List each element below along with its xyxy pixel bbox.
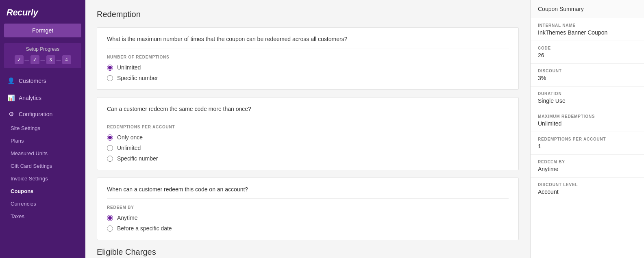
redeem-when-card: When can a customer redeem this code on … (97, 178, 519, 240)
step-4: 4 (62, 55, 71, 64)
redeem-anytime-label: Anytime (117, 215, 138, 221)
customers-label: Customers (19, 78, 46, 84)
main-content: Redemption What is the maximum number of… (85, 0, 530, 258)
redemptions-per-account-label: REDEMPTIONS PER ACCOUNT (107, 125, 509, 129)
discount-level-value: Account (538, 189, 637, 195)
summary-redeem-by: REDEEM BY Anytime (531, 155, 644, 178)
summary-code: CODE 26 (531, 41, 644, 64)
maximum-redemptions-label: MAXIMUM REDEMPTIONS (538, 114, 637, 119)
per-account-once-option[interactable]: Only once (107, 134, 509, 141)
configuration-icon: ⚙ (7, 111, 15, 118)
redeem-by-value: Anytime (538, 166, 637, 172)
max-redemptions-card: What is the maximum number of times that… (97, 27, 519, 90)
page-title: Redemption (97, 10, 519, 19)
summary-maximum-redemptions: MAXIMUM REDEMPTIONS Unlimited (531, 109, 644, 132)
setup-progress: Setup Progress ✓ — ✓ — 3 — 4 (4, 43, 81, 68)
redemptions-specific-option[interactable]: Specific number (107, 75, 509, 81)
code-value: 26 (538, 52, 637, 59)
per-account-unlimited-option[interactable]: Unlimited (107, 145, 509, 151)
redeem-anytime-option[interactable]: Anytime (107, 215, 509, 221)
per-account-once-label: Only once (117, 134, 143, 141)
per-account-specific-option[interactable]: Specific number (107, 155, 509, 162)
redeem-specific-date-label: Before a specific date (117, 225, 172, 232)
redeem-when-question: When can a customer redeem this code on … (107, 186, 509, 199)
internal-name-label: INTERNAL NAME (538, 23, 637, 28)
sidebar-item-invoice-settings[interactable]: Invoice Settings (0, 172, 85, 185)
redemptions-per-account-group: Only once Unlimited Specific number (107, 134, 509, 162)
per-account-unlimited-radio[interactable] (107, 145, 113, 151)
customers-icon: 👤 (7, 77, 15, 85)
same-code-card: Can a customer redeem the same code more… (97, 97, 519, 170)
step-dash-3: — (57, 57, 61, 62)
redemptions-unlimited-label: Unlimited (117, 64, 141, 71)
step-dash-1: — (25, 57, 29, 62)
redemptions-per-account-value: 1 (538, 143, 637, 150)
per-account-specific-radio[interactable] (107, 156, 113, 162)
setup-progress-title: Setup Progress (8, 46, 77, 52)
number-of-redemptions-group: Unlimited Specific number (107, 64, 509, 81)
redemptions-unlimited-radio[interactable] (107, 65, 113, 71)
sidebar-item-coupons[interactable]: Coupons (0, 185, 85, 197)
per-account-unlimited-label: Unlimited (117, 145, 141, 151)
analytics-icon: 📊 (7, 94, 15, 102)
summary-internal-name: INTERNAL NAME InkThemes Banner Coupon (531, 18, 644, 41)
setup-steps: ✓ — ✓ — 3 — 4 (8, 55, 77, 64)
app-logo: Recurly (0, 0, 85, 24)
redeem-by-summary-label: REDEEM BY (538, 160, 637, 164)
number-of-redemptions-label: NUMBER OF REDEMPTIONS (107, 55, 509, 59)
redemptions-unlimited-option[interactable]: Unlimited (107, 64, 509, 71)
sidebar-item-plans[interactable]: Plans (0, 134, 85, 147)
max-redemptions-question: What is the maximum number of times that… (107, 36, 509, 48)
sidebar-item-gift-card-settings[interactable]: Gift Card Settings (0, 160, 85, 172)
sidebar-item-configuration[interactable]: ⚙ Configuration (0, 106, 85, 122)
redemptions-per-account-summary-label: REDEMPTIONS PER ACCOUNT (538, 137, 637, 141)
duration-label: DURATION (538, 91, 637, 96)
sidebar-item-currencies[interactable]: Currencies (0, 197, 85, 210)
discount-value: 3% (538, 75, 637, 81)
maximum-redemptions-value: Unlimited (538, 120, 637, 127)
summary-duration: DURATION Single Use (531, 87, 644, 109)
redeem-by-group: Anytime Before a specific date (107, 215, 509, 232)
summary-redemptions-per-account: REDEMPTIONS PER ACCOUNT 1 (531, 132, 644, 155)
step-2: ✓ (30, 55, 39, 64)
sidebar-item-taxes[interactable]: Taxes (0, 210, 85, 223)
sidebar-item-measured-units[interactable]: Measured Units (0, 147, 85, 160)
redemptions-specific-label: Specific number (117, 75, 158, 81)
summary-discount: DISCOUNT 3% (531, 64, 644, 87)
sidebar-item-customers[interactable]: 👤 Customers (0, 72, 85, 89)
step-dash-2: — (41, 57, 45, 62)
same-code-question: Can a customer redeem the same code more… (107, 106, 509, 118)
redeem-by-label: REDEEM BY (107, 205, 509, 210)
per-account-once-radio[interactable] (107, 134, 113, 141)
redeem-specific-date-radio[interactable] (107, 225, 113, 232)
redemptions-specific-radio[interactable] (107, 75, 113, 81)
redeem-anytime-radio[interactable] (107, 215, 113, 221)
redeem-specific-date-option[interactable]: Before a specific date (107, 225, 509, 232)
configuration-label: Configuration (19, 111, 52, 117)
discount-label: DISCOUNT (538, 69, 637, 73)
analytics-label: Analytics (19, 95, 41, 101)
account-button[interactable]: Formget (4, 24, 81, 37)
duration-value: Single Use (538, 98, 637, 104)
sidebar: Recurly Formget Setup Progress ✓ — ✓ — 3… (0, 0, 85, 258)
sidebar-item-site-settings[interactable]: Site Settings (0, 122, 85, 134)
sidebar-item-analytics[interactable]: 📊 Analytics (0, 89, 85, 106)
summary-discount-level: DISCOUNT LEVEL Account (531, 178, 644, 200)
coupon-summary-header: Coupon Summary (531, 0, 644, 18)
coupon-summary-panel: Coupon Summary INTERNAL NAME InkThemes B… (530, 0, 644, 258)
discount-level-label: DISCOUNT LEVEL (538, 182, 637, 187)
step-3: 3 (46, 55, 55, 64)
code-label: CODE (538, 46, 637, 50)
eligible-charges-title: Eligible Charges (97, 247, 519, 257)
internal-name-value: InkThemes Banner Coupon (538, 29, 637, 36)
step-1: ✓ (15, 55, 24, 64)
per-account-specific-label: Specific number (117, 155, 158, 162)
